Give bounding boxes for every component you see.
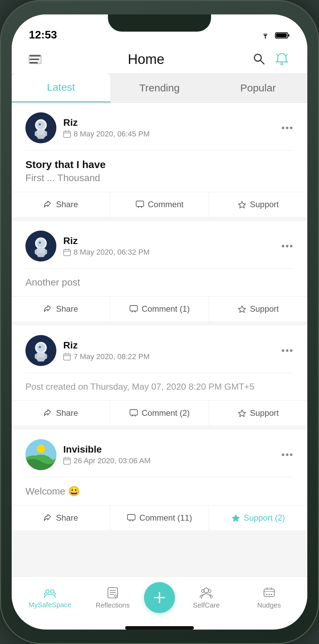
post-timestamp: 26 Apr 2020, 03:06 AM (63, 456, 282, 465)
comment-icon (127, 514, 136, 522)
header-icons (251, 51, 290, 68)
svg-point-72 (268, 594, 270, 595)
header: Home (12, 45, 307, 73)
tab-latest[interactable]: Latest (12, 73, 110, 102)
share-button[interactable]: Share (12, 506, 110, 530)
wifi-icon (260, 31, 271, 41)
svg-rect-33 (130, 306, 138, 311)
comment-button[interactable]: Comment (1) (110, 297, 209, 321)
post-actions: Share Comment (1) Support (12, 296, 307, 321)
share-button[interactable]: Share (12, 192, 110, 217)
svg-point-23 (37, 239, 45, 247)
comment-button[interactable]: Comment (11) (110, 506, 209, 530)
more-options-button[interactable]: ••• (282, 241, 294, 252)
svg-point-24 (39, 242, 41, 244)
svg-rect-15 (64, 131, 70, 137)
nav-reflections[interactable]: Reflections (81, 586, 144, 609)
svg-rect-41 (44, 354, 47, 359)
comment-button[interactable]: Comment (2) (110, 401, 209, 425)
share-button[interactable]: Share (12, 297, 110, 321)
selfcare-icon (199, 586, 213, 599)
support-button[interactable]: Support (209, 297, 307, 321)
feed: Riz 8 May 2020, 06:45 PM ••• (12, 103, 307, 576)
post-username: Invisible (63, 444, 282, 455)
nav-nudges[interactable]: Nudges (238, 586, 301, 609)
support-button[interactable]: Support (2) (209, 506, 307, 530)
status-bar: 12:53 (12, 14, 307, 45)
support-button[interactable]: Support (209, 401, 307, 425)
share-button[interactable]: Share (12, 401, 110, 425)
status-icons (260, 31, 290, 41)
post-timestamp: 8 May 2020, 06:45 PM (63, 130, 282, 138)
svg-marker-20 (239, 201, 245, 208)
more-options-button[interactable]: ••• (282, 122, 294, 133)
post-timestamp: 7 May 2020, 08:22 PM (63, 352, 282, 361)
svg-point-38 (39, 346, 41, 348)
post-card: Riz 8 May 2020, 06:32 PM ••• (12, 221, 307, 321)
svg-rect-13 (44, 131, 47, 136)
post-user-info: Riz 8 May 2020, 06:45 PM (63, 117, 282, 138)
mysafespace-icon (43, 587, 57, 599)
nav-label-mysafespace: MySafeSpace (29, 601, 72, 609)
svg-rect-40 (35, 354, 37, 359)
avatar (25, 439, 56, 470)
svg-rect-14 (37, 135, 44, 139)
svg-line-5 (260, 60, 264, 64)
svg-rect-12 (35, 131, 37, 136)
nav-label-nudges: Nudges (257, 601, 281, 609)
timestamp-text: 8 May 2020, 06:32 PM (74, 248, 150, 257)
home-indicator (125, 626, 194, 630)
comment-icon (129, 409, 138, 417)
nav-mysafespace[interactable]: MySafeSpace (19, 587, 81, 609)
clock-icon (63, 248, 71, 256)
comment-icon (135, 200, 144, 209)
search-button[interactable] (251, 51, 267, 68)
post-card: Riz 7 May 2020, 08:22 PM ••• (12, 325, 307, 425)
nav-selfcare[interactable]: SelfCare (175, 586, 238, 609)
more-options-button[interactable]: ••• (282, 449, 294, 460)
support-icon (238, 409, 246, 417)
menu-button[interactable] (29, 55, 41, 64)
post-title: Story that I have (25, 159, 294, 170)
post-header: Riz 7 May 2020, 08:22 PM ••• (12, 325, 307, 373)
post-content: Another post (12, 269, 307, 296)
post-header: Riz 8 May 2020, 06:32 PM ••• (12, 221, 307, 268)
post-actions: Share Comment Support (12, 192, 307, 217)
tab-trending[interactable]: Trending (110, 73, 209, 102)
post-actions: Share Comment (11) Support (2) (12, 505, 307, 530)
svg-rect-26 (35, 249, 37, 254)
post-text: Welcome 😀 (25, 486, 294, 497)
plus-icon (152, 590, 167, 605)
fab-add-button[interactable] (144, 582, 175, 613)
svg-point-58 (46, 590, 49, 593)
bottom-nav: MySafeSpace Reflections (12, 576, 307, 623)
svg-point-66 (204, 588, 209, 593)
post-user-info: Riz 7 May 2020, 08:22 PM (63, 340, 282, 361)
svg-rect-3 (288, 34, 289, 36)
svg-point-0 (265, 37, 266, 38)
avatar (25, 231, 56, 262)
comment-button[interactable]: Comment (110, 192, 209, 217)
post-username: Riz (63, 340, 282, 351)
post-header: Invisible 26 Apr 2020, 03:06 AM ••• (12, 430, 307, 477)
post-user-info: Riz 8 May 2020, 06:32 PM (63, 235, 282, 257)
svg-rect-2 (276, 33, 287, 37)
post-text: Post created on Thursday, May 07, 2020 8… (25, 381, 294, 392)
svg-rect-52 (64, 458, 70, 464)
post-header: Riz 8 May 2020, 06:45 PM ••• (12, 103, 307, 150)
svg-rect-69 (264, 589, 274, 597)
svg-rect-27 (44, 249, 47, 254)
support-icon (238, 305, 246, 313)
post-text: First ... Thousand (25, 173, 294, 184)
more-options-button[interactable]: ••• (282, 345, 294, 356)
svg-rect-42 (37, 357, 44, 362)
post-username: Riz (63, 117, 282, 128)
post-content: Welcome 😀 (12, 477, 307, 505)
alert-button[interactable] (274, 51, 290, 68)
svg-point-59 (51, 590, 54, 593)
share-icon (44, 409, 53, 417)
tab-popular[interactable]: Popular (209, 73, 307, 102)
support-button[interactable]: Support (209, 192, 307, 217)
avatar (25, 112, 56, 143)
clock-icon (63, 130, 71, 138)
